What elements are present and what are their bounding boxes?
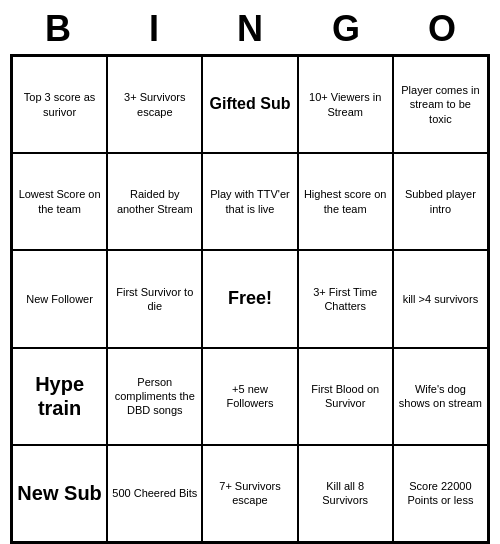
bingo-cell-13: 3+ First Time Chatters bbox=[298, 250, 393, 347]
bingo-cell-23: Kill all 8 Survivors bbox=[298, 445, 393, 542]
bingo-cell-18: First Blood on Survivor bbox=[298, 348, 393, 445]
bingo-cell-15: Hype train bbox=[12, 348, 107, 445]
bingo-cell-3: 10+ Viewers in Stream bbox=[298, 56, 393, 153]
bingo-cell-4: Player comes in stream to be toxic bbox=[393, 56, 488, 153]
bingo-cell-12: Free! bbox=[202, 250, 297, 347]
bingo-cell-14: kill >4 survivors bbox=[393, 250, 488, 347]
bingo-cell-9: Subbed player intro bbox=[393, 153, 488, 250]
bingo-cell-5: Lowest Score on the team bbox=[12, 153, 107, 250]
letter-b: B bbox=[18, 8, 98, 50]
bingo-cell-10: New Follower bbox=[12, 250, 107, 347]
bingo-cell-7: Play with TTV'er that is live bbox=[202, 153, 297, 250]
bingo-header: B I N G O bbox=[10, 0, 490, 54]
letter-i: I bbox=[114, 8, 194, 50]
bingo-cell-2: Gifted Sub bbox=[202, 56, 297, 153]
bingo-cell-24: Score 22000 Points or less bbox=[393, 445, 488, 542]
bingo-cell-20: New Sub bbox=[12, 445, 107, 542]
bingo-cell-16: Person compliments the DBD songs bbox=[107, 348, 202, 445]
bingo-cell-21: 500 Cheered Bits bbox=[107, 445, 202, 542]
bingo-cell-8: Highest score on the team bbox=[298, 153, 393, 250]
bingo-grid: Top 3 score as surivor3+ Survivors escap… bbox=[10, 54, 490, 544]
bingo-cell-22: 7+ Survivors escape bbox=[202, 445, 297, 542]
bingo-cell-1: 3+ Survivors escape bbox=[107, 56, 202, 153]
bingo-cell-17: +5 new Followers bbox=[202, 348, 297, 445]
letter-o: O bbox=[402, 8, 482, 50]
bingo-cell-0: Top 3 score as surivor bbox=[12, 56, 107, 153]
bingo-cell-19: Wife's dog shows on stream bbox=[393, 348, 488, 445]
bingo-cell-11: First Survivor to die bbox=[107, 250, 202, 347]
letter-g: G bbox=[306, 8, 386, 50]
letter-n: N bbox=[210, 8, 290, 50]
bingo-cell-6: Raided by another Stream bbox=[107, 153, 202, 250]
